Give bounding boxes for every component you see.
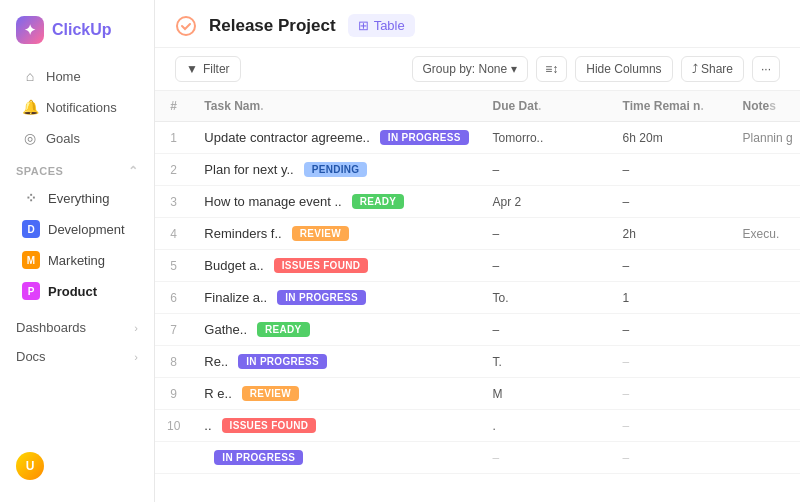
- table-icon: ⊞: [358, 18, 369, 33]
- task-name: Budget a..: [204, 258, 263, 273]
- notes-cell: Plannin g: [731, 122, 800, 154]
- group-by-label: Group by: None: [423, 62, 508, 76]
- task-name: Plan for next y..: [204, 162, 293, 177]
- space-label: Marketing: [48, 253, 105, 268]
- time-remaining-cell: –: [611, 346, 731, 378]
- notes-cell: [731, 346, 800, 378]
- logo-icon: ✦: [16, 16, 44, 44]
- more-options-button[interactable]: ···: [752, 56, 780, 82]
- status-badge: IN PROGRESS: [238, 354, 327, 369]
- space-icon-product: P: [22, 282, 40, 300]
- hide-columns-button[interactable]: Hide Columns: [575, 56, 672, 82]
- sidebar-item-everything[interactable]: Everything: [6, 183, 148, 213]
- filter-icon: ▼: [186, 62, 198, 76]
- status-badge: IN PROGRESS: [380, 130, 469, 145]
- row-num: 8: [155, 346, 192, 378]
- table-row[interactable]: 5Budget a..ISSUES FOUND––: [155, 250, 800, 282]
- toolbar-right: Group by: None ▾ ≡↕ Hide Columns ⤴ Share…: [412, 56, 781, 82]
- status-badge: ISSUES FOUND: [222, 418, 317, 433]
- col-due-date: Due Dat.: [481, 91, 611, 122]
- row-num: 3: [155, 186, 192, 218]
- sidebar-item-product[interactable]: P Product: [6, 276, 148, 306]
- row-num: 2: [155, 154, 192, 186]
- row-num: 9: [155, 378, 192, 410]
- table-body: 1Update contractor agreeme..IN PROGRESST…: [155, 122, 800, 474]
- sidebar-item-dashboards[interactable]: Dashboards ›: [0, 313, 154, 342]
- col-task-name: Task Nam.: [192, 91, 480, 122]
- toolbar: ▼ Filter Group by: None ▾ ≡↕ Hide Column…: [155, 48, 800, 91]
- table-header: # Task Nam. Due Dat. Time Remai n. Notes: [155, 91, 800, 122]
- filter-button[interactable]: ▼ Filter: [175, 56, 241, 82]
- row-num: [155, 442, 192, 474]
- due-date-cell: –: [481, 314, 611, 346]
- sidebar-item-goals[interactable]: ◎ Goals: [6, 123, 148, 153]
- table-row[interactable]: 3How to manage event ..READYApr 2–: [155, 186, 800, 218]
- app-logo[interactable]: ✦ ClickUp: [0, 12, 154, 60]
- table-row[interactable]: 1Update contractor agreeme..IN PROGRESST…: [155, 122, 800, 154]
- notes-cell: [731, 410, 800, 442]
- project-icon: [175, 15, 197, 37]
- row-num: 7: [155, 314, 192, 346]
- notes-cell: [731, 186, 800, 218]
- share-button[interactable]: ⤴ Share: [681, 56, 744, 82]
- status-badge: READY: [257, 322, 310, 337]
- page-title: Release Project: [209, 16, 336, 36]
- time-remaining-cell: –: [611, 314, 731, 346]
- due-date-cell: M: [481, 378, 611, 410]
- table-row[interactable]: 4Reminders f..REVIEW–2hExecu.: [155, 218, 800, 250]
- notes-cell: [731, 442, 800, 474]
- space-icon-dev: D: [22, 220, 40, 238]
- task-name-cell: Update contractor agreeme..IN PROGRESS: [192, 122, 480, 154]
- svg-point-0: [177, 17, 195, 35]
- space-icon-everything: [22, 189, 40, 207]
- row-num: 1: [155, 122, 192, 154]
- table-row[interactable]: 10..ISSUES FOUND.–: [155, 410, 800, 442]
- sidebar-item-home[interactable]: ⌂ Home: [6, 61, 148, 91]
- user-avatar[interactable]: U: [16, 452, 44, 480]
- col-notes: Notes: [731, 91, 800, 122]
- space-label: Product: [48, 284, 97, 299]
- task-name: Re..: [204, 354, 228, 369]
- main-content: Release Project ⊞ Table ▼ Filter Group b…: [155, 0, 800, 502]
- notes-cell: [731, 378, 800, 410]
- expand-icon[interactable]: ⌃: [128, 164, 139, 178]
- space-label: Everything: [48, 191, 109, 206]
- table-row[interactable]: 6Finalize a..IN PROGRESSTo.1: [155, 282, 800, 314]
- sidebar-item-docs[interactable]: Docs ›: [0, 342, 154, 371]
- notes-cell: [731, 314, 800, 346]
- sidebar-item-notifications[interactable]: 🔔 Notifications: [6, 92, 148, 122]
- dropdown-icon: ▾: [511, 62, 517, 76]
- sort-button[interactable]: ≡↕: [536, 56, 567, 82]
- due-date-cell: –: [481, 442, 611, 474]
- group-by-button[interactable]: Group by: None ▾: [412, 56, 529, 82]
- task-name-cell: IN PROGRESS: [192, 442, 480, 474]
- task-name-cell: Reminders f..REVIEW: [192, 218, 480, 250]
- time-remaining-cell: –: [611, 442, 731, 474]
- time-remaining-cell: 2h: [611, 218, 731, 250]
- sidebar-item-development[interactable]: D Development: [6, 214, 148, 244]
- sidebar: ✦ ClickUp ⌂ Home 🔔 Notifications ◎ Goals…: [0, 0, 155, 502]
- dashboards-label: Dashboards: [16, 320, 86, 335]
- task-name-cell: Re..IN PROGRESS: [192, 346, 480, 378]
- table-row[interactable]: IN PROGRESS––: [155, 442, 800, 474]
- row-num: 10: [155, 410, 192, 442]
- sidebar-nav: ⌂ Home 🔔 Notifications ◎ Goals: [0, 60, 154, 154]
- table-row[interactable]: 9R e..REVIEWM–: [155, 378, 800, 410]
- spaces-list: Everything D Development M Marketing P P…: [0, 182, 154, 307]
- sidebar-item-marketing[interactable]: M Marketing: [6, 245, 148, 275]
- task-name-cell: Budget a..ISSUES FOUND: [192, 250, 480, 282]
- table-row[interactable]: 2Plan for next y..PENDING––: [155, 154, 800, 186]
- docs-label: Docs: [16, 349, 46, 364]
- task-name: Gathe..: [204, 322, 247, 337]
- table-view-tab[interactable]: ⊞ Table: [348, 14, 415, 37]
- notes-cell: [731, 282, 800, 314]
- sidebar-item-label: Notifications: [46, 100, 117, 115]
- goals-icon: ◎: [22, 130, 38, 146]
- status-badge: READY: [352, 194, 405, 209]
- task-name: Update contractor agreeme..: [204, 130, 369, 145]
- table-row[interactable]: 7Gathe..READY––: [155, 314, 800, 346]
- time-remaining-cell: 6h 20m: [611, 122, 731, 154]
- task-name: R e..: [204, 386, 231, 401]
- status-badge: REVIEW: [242, 386, 299, 401]
- table-row[interactable]: 8Re..IN PROGRESST.–: [155, 346, 800, 378]
